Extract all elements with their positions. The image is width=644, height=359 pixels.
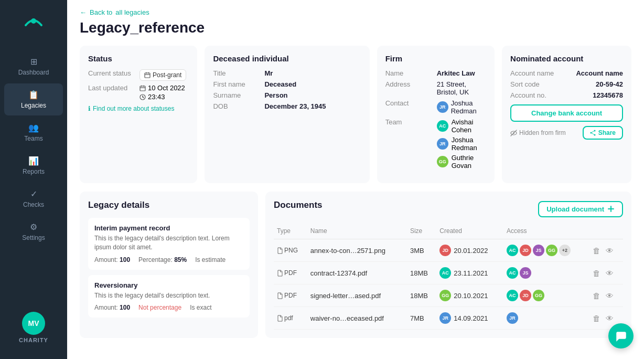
- access-avatar: AC: [507, 267, 518, 279]
- eye-off-icon: [510, 130, 517, 136]
- upload-document-button[interactable]: Upload document: [538, 201, 623, 217]
- logo: [20, 10, 47, 37]
- doc-access-cell: ACJDJSGG+2: [503, 239, 589, 262]
- sort-code-label: Sort code: [510, 80, 540, 88]
- view-icon[interactable]: 👁: [606, 269, 614, 278]
- change-bank-button[interactable]: Change bank account: [510, 104, 623, 122]
- first-name-row: First name Deceased: [213, 80, 361, 88]
- sort-code-value: 20-59-42: [596, 80, 623, 88]
- nominated-card-title: Nominated account: [510, 54, 623, 63]
- bottom-row: Legacy details Interim payment record Th…: [80, 192, 631, 338]
- view-icon[interactable]: 👁: [606, 314, 614, 323]
- firm-team-row: Team AC Avishai Cohen JR Joshua Redman G…: [385, 118, 486, 172]
- sidebar-item-settings[interactable]: ⚙ Settings: [4, 216, 63, 248]
- team-member-ac: AC Avishai Cohen: [437, 118, 486, 134]
- delete-icon[interactable]: 🗑: [593, 314, 600, 323]
- doc-created-cell: AC 23.11.2021: [436, 262, 503, 284]
- estimate-label-1: Is exact: [190, 304, 211, 311]
- account-no-value: 12345678: [593, 91, 623, 99]
- delete-icon[interactable]: 🗑: [593, 246, 600, 255]
- avatar: MV: [22, 312, 45, 335]
- sidebar-item-label: Legacies: [21, 102, 46, 109]
- sidebar-item-dashboard[interactable]: ⊞ Dashboard: [4, 50, 63, 82]
- docs-title: Documents: [274, 200, 323, 210]
- access-avatar: JD: [520, 245, 531, 256]
- view-icon[interactable]: 👁: [606, 246, 614, 255]
- svg-point-9: [590, 132, 592, 134]
- dashboard-icon: ⊞: [30, 57, 37, 67]
- surname-row: Surname Person: [213, 91, 361, 99]
- surname-value: Person: [264, 91, 287, 99]
- documents-card: Documents Upload document Type Name Size…: [265, 192, 631, 338]
- info-icon: ℹ: [88, 105, 91, 112]
- delete-icon[interactable]: 🗑: [593, 269, 600, 278]
- doc-name-cell: signed-letter…ased.pdf: [307, 284, 407, 307]
- detail-item-1: Reversionary This is the legacy detail's…: [88, 275, 250, 318]
- created-avatar: JR: [439, 312, 451, 324]
- firm-card-title: Firm: [385, 54, 486, 63]
- reports-icon: 📊: [28, 156, 39, 166]
- last-updated-row: Last updated 10 Oct 2022 23:43: [88, 84, 189, 101]
- top-cards: Status Current status Post-grant Last up…: [80, 46, 631, 183]
- breadcrumb-link[interactable]: all legacies: [115, 8, 149, 16]
- detail-meta-1: Amount: 100 Not percentage Is exact: [94, 304, 243, 311]
- account-name-label: Account name: [510, 69, 554, 77]
- sidebar-item-legacies[interactable]: 📋 Legacies: [4, 83, 63, 115]
- legacy-details-card: Legacy details Interim payment record Th…: [80, 192, 258, 338]
- sidebar-item-label: Checks: [23, 201, 44, 208]
- firm-team-label: Team: [385, 118, 433, 126]
- svg-rect-2: [145, 73, 150, 78]
- first-name-value: Deceased: [264, 80, 296, 88]
- percentage-label-0: Percentage: 85%: [138, 256, 187, 263]
- sidebar-item-reports[interactable]: 📊 Reports: [4, 150, 63, 182]
- doc-name-cell: waiver-no…eceased.pdf: [307, 307, 407, 330]
- table-row: PDF signed-letter…ased.pdf 18MB GG 20.10…: [274, 284, 623, 307]
- nominated-account-card: Nominated account Account name Account n…: [502, 46, 631, 183]
- sidebar-item-teams[interactable]: 👥 Teams: [4, 117, 63, 149]
- svg-point-7: [594, 130, 595, 132]
- doc-created-cell: JR 14.09.2021: [436, 307, 503, 330]
- calendar-icon: [144, 72, 151, 78]
- access-avatar: JD: [520, 290, 531, 301]
- account-name-value: Account name: [576, 69, 623, 77]
- sidebar-item-label: Dashboard: [18, 69, 49, 76]
- legacies-icon: 📋: [28, 90, 39, 100]
- detail-item-title-1: Reversionary: [94, 281, 243, 289]
- sidebar-nav: ⊞ Dashboard 📋 Legacies 👥 Teams 📊 Reports…: [0, 49, 67, 312]
- access-avatar: AC: [507, 290, 518, 301]
- sidebar-user: MV CHARITY: [19, 312, 48, 349]
- plus-badge: +2: [559, 245, 571, 256]
- view-icon[interactable]: 👁: [606, 291, 614, 300]
- doc-created-cell: GG 20.10.2021: [436, 284, 503, 307]
- firm-address-row: Address 21 Street, Bristol, UK: [385, 80, 486, 96]
- firm-address-label: Address: [385, 80, 433, 96]
- detail-item-title-0: Interim payment record: [94, 224, 243, 232]
- status-card-title: Status: [88, 54, 189, 63]
- sidebar-item-label: Settings: [22, 234, 45, 241]
- deceased-card-title: Deceased individual: [213, 54, 361, 63]
- doc-created-cell: JD 20.01.2022: [436, 239, 503, 262]
- sidebar: ⊞ Dashboard 📋 Legacies 👥 Teams 📊 Reports…: [0, 0, 67, 359]
- share-button[interactable]: Share: [583, 126, 623, 140]
- doc-size-cell: 7MB: [407, 307, 436, 330]
- team-members: AC Avishai Cohen JR Joshua Redman GG Gut…: [437, 118, 486, 172]
- status-card: Status Current status Post-grant Last up…: [80, 46, 197, 183]
- checks-icon: ✓: [30, 189, 37, 199]
- docs-table: Type Name Size Created Access PNG annex-…: [274, 225, 623, 330]
- created-avatar: GG: [439, 290, 451, 301]
- sidebar-item-checks[interactable]: ✓ Checks: [4, 183, 63, 215]
- svg-rect-3: [140, 86, 145, 91]
- find-out-link[interactable]: ℹ Find out more about statuses: [88, 105, 189, 112]
- svg-point-8: [594, 134, 595, 136]
- avatar-ac: AC: [437, 120, 448, 132]
- dob-label: DOB: [213, 102, 260, 110]
- current-status-label: Current status: [88, 69, 135, 81]
- detail-meta-0: Amount: 100 Percentage: 85% Is estimate: [94, 256, 243, 263]
- firm-contact-row: Contact JR Joshua Redman: [385, 99, 486, 115]
- last-updated-label: Last updated: [88, 84, 135, 101]
- delete-icon[interactable]: 🗑: [593, 291, 600, 300]
- chat-bubble[interactable]: [608, 323, 634, 349]
- account-name-row: Account name Account name: [510, 69, 623, 77]
- doc-size-cell: 3MB: [407, 239, 436, 262]
- detail-item-desc-0: This is the legacy detail's description …: [94, 234, 243, 252]
